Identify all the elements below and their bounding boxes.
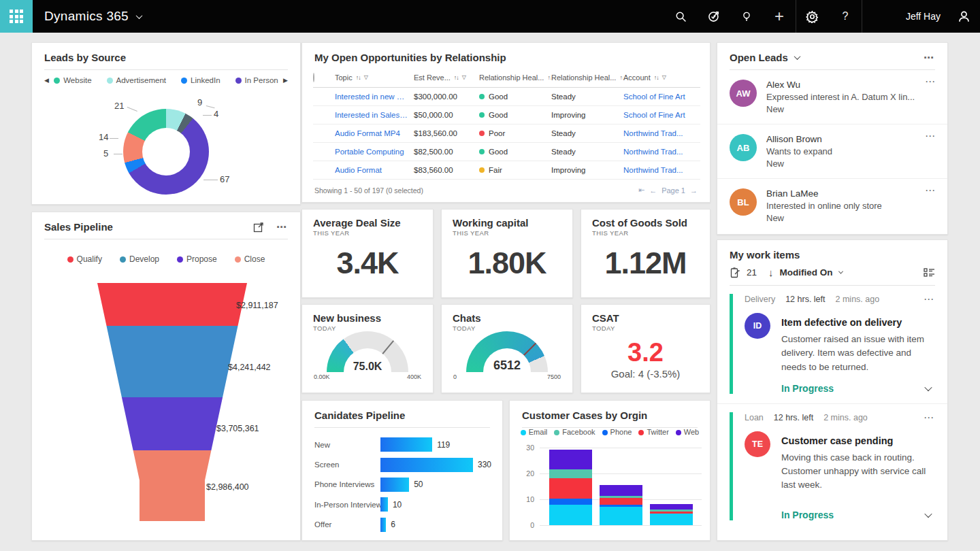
table-row[interactable]: Audio Format MP4 $183,560.00 Poor Steady… — [313, 124, 700, 143]
bar[interactable] — [380, 497, 388, 512]
legend-item-phone[interactable]: Phone — [602, 428, 632, 436]
work-item-time-left: 12 hrs. left — [785, 295, 825, 304]
stacked-bar[interactable] — [549, 450, 592, 525]
legend-item-twitter[interactable]: Twitter — [638, 428, 668, 436]
account-link[interactable]: Northwind Trad... — [623, 166, 700, 174]
table-row[interactable]: Portable Computing $82,500.00 Good Stead… — [313, 143, 700, 161]
overflow-menu[interactable]: ⋯ — [924, 414, 935, 421]
legend-item-qualify[interactable]: Qualify — [67, 254, 102, 264]
prev-page-button[interactable]: ← — [649, 186, 657, 195]
hbar-row: Offer 6 — [302, 515, 502, 535]
work-item-status: In Progress — [781, 383, 834, 394]
legend-item-email[interactable]: Email — [521, 428, 548, 436]
settings-button[interactable] — [796, 0, 829, 33]
cost-of-goods-card: Cost of Goods Sold THIS YEAR 1.12M — [581, 209, 710, 298]
first-page-button[interactable]: ⇤ — [638, 186, 644, 195]
lead-list-item[interactable]: AW Alex Wu Expressed interest in A. Datu… — [717, 70, 947, 124]
page-indicator: Page 1 — [662, 186, 685, 195]
app-title: Dynamics 365 — [44, 9, 129, 24]
legend-item-close[interactable]: Close — [235, 254, 265, 264]
overflow-menu[interactable]: ⋯ — [276, 224, 288, 231]
bar[interactable] — [380, 437, 432, 452]
work-item[interactable]: Loan 12 hrs. left 2 mins. ago ⋯ TE Custo… — [717, 404, 947, 530]
bar[interactable] — [380, 518, 386, 532]
topic-link[interactable]: Interested in Sales Prod... — [335, 111, 414, 119]
bar[interactable] — [380, 478, 409, 492]
view-switcher-button[interactable] — [924, 267, 935, 278]
work-item[interactable]: Delivery 12 hrs. left 2 mins. ago ⋯ ID I… — [717, 286, 947, 404]
stacked-bar[interactable] — [650, 504, 693, 525]
legend-item-facebook[interactable]: Facebook — [554, 428, 595, 436]
topic-link[interactable]: Audio Format MP4 — [335, 129, 414, 137]
legend-item-advertisement[interactable]: Advertisement — [107, 76, 167, 84]
search-button[interactable] — [665, 0, 698, 33]
plus-icon: + — [774, 7, 784, 26]
top-navigation-bar: Dynamics 365 + ? Jeff Hay — [0, 0, 980, 33]
lead-list-item[interactable]: AB Allison Brown Wants to expand New ⋯ — [717, 124, 947, 179]
filter-icon[interactable]: ▽ — [662, 74, 666, 80]
legend-item-website[interactable]: Website — [54, 76, 91, 84]
legend-dot — [554, 430, 559, 435]
legend-next-arrow[interactable]: ▶ — [280, 76, 291, 85]
leads-donut-chart[interactable] — [123, 109, 209, 195]
stacked-bar-plot: 30 20 10 0 — [519, 443, 702, 532]
quick-actions-button[interactable] — [698, 0, 730, 33]
legend-item-propose[interactable]: Propose — [177, 254, 217, 264]
overflow-menu[interactable]: ⋯ — [924, 296, 935, 303]
legend-item-linkedin[interactable]: LinkedIn — [181, 76, 220, 84]
help-button[interactable]: ? — [829, 0, 862, 33]
work-item-modified: 2 mins. ago — [836, 295, 880, 304]
chats-gauge[interactable]: 6512 — [466, 331, 548, 372]
sort-field-dropdown[interactable]: Modified On — [780, 267, 843, 278]
overflow-menu[interactable]: ⋯ — [925, 187, 936, 194]
filter-icon[interactable]: ▽ — [462, 74, 466, 80]
bar[interactable] — [380, 458, 473, 472]
sort-icon[interactable]: ↑↓ — [654, 74, 659, 81]
overflow-menu[interactable]: ⋯ — [925, 133, 936, 139]
kpi-period: TODAY — [581, 324, 710, 332]
expand-chevron[interactable] — [924, 510, 932, 517]
legend-dot — [521, 430, 526, 435]
topic-link[interactable]: Portable Computing — [335, 148, 414, 156]
account-button[interactable] — [947, 0, 980, 33]
expand-chevron[interactable] — [924, 384, 932, 391]
topic-link[interactable]: Audio Format — [335, 166, 414, 174]
work-items-count-button[interactable] — [730, 267, 740, 278]
next-page-button[interactable]: → — [690, 186, 698, 195]
overflow-menu[interactable]: ⋯ — [924, 54, 935, 61]
create-new-button[interactable]: + — [763, 0, 796, 33]
legend-item-web[interactable]: Web — [676, 428, 699, 436]
sort-direction-icon[interactable]: ↓ — [768, 267, 774, 278]
chevron-down-icon[interactable] — [794, 53, 800, 60]
sort-icon[interactable]: ↑↓ — [454, 74, 459, 81]
table-row[interactable]: Interested in new cell p... $300,000.00 … — [313, 88, 700, 106]
legend-item-in-person[interactable]: In Person — [235, 76, 278, 84]
donut-hole — [142, 128, 190, 176]
donut-label: 4 — [214, 109, 218, 119]
insights-button[interactable] — [730, 0, 763, 33]
health-dot — [479, 149, 485, 154]
legend-item-develop[interactable]: Develop — [120, 254, 159, 264]
app-launcher-button[interactable] — [0, 0, 33, 33]
overflow-menu[interactable]: ⋯ — [925, 78, 936, 85]
lead-list-item[interactable]: BL Brian LaMee Interested in online only… — [717, 179, 947, 233]
account-link[interactable]: Northwind Trad... — [623, 129, 700, 137]
app-title-dropdown[interactable]: Dynamics 365 — [44, 9, 142, 24]
table-row[interactable]: Interested in Sales Prod... $50,000.00 G… — [313, 106, 700, 124]
account-link[interactable]: School of Fine Art — [623, 111, 700, 119]
topic-link[interactable]: Interested in new cell p... — [335, 93, 414, 101]
table-row[interactable]: Audio Format $83,560.00 Fair Improving N… — [313, 161, 700, 180]
account-link[interactable]: School of Fine Art — [623, 93, 700, 101]
legend-prev-arrow[interactable]: ◀ — [42, 76, 52, 85]
sort-icon[interactable]: ↑↓ — [356, 74, 361, 81]
csat-card: CSAT TODAY 3.2 Goal: 4 (-3.5%) — [581, 304, 710, 393]
kpi-value: 3.4K — [302, 246, 433, 281]
new-business-gauge[interactable]: 75.0K — [327, 331, 408, 372]
target-arrow-icon — [708, 10, 720, 22]
filter-icon[interactable]: ▽ — [364, 74, 368, 80]
select-all-radio[interactable] — [313, 73, 314, 82]
stacked-bar[interactable] — [600, 485, 642, 525]
account-link[interactable]: Northwind Trad... — [623, 148, 700, 156]
record-count: Showing 1 - 50 of 197 (0 selected) — [314, 186, 423, 195]
popout-button[interactable] — [253, 222, 264, 233]
